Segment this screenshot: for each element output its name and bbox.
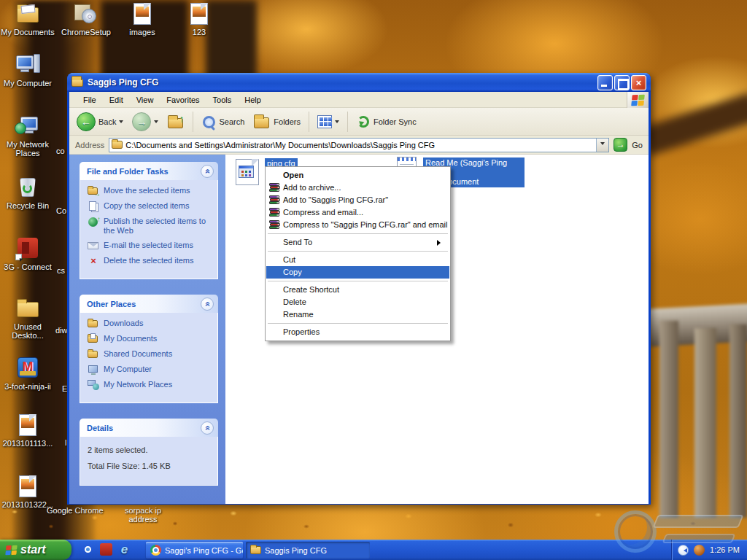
menu-separator <box>268 233 448 234</box>
desktop-icon-photo-1[interactable]: 2013101113... <box>0 413 55 448</box>
back-dropdown-icon[interactable] <box>119 120 123 125</box>
go-label[interactable]: Go <box>632 141 643 149</box>
title-bar[interactable]: Saggis Ping CFG × <box>67 73 651 92</box>
search-button[interactable]: Search <box>198 113 247 131</box>
hide-icons-chevron[interactable] <box>678 545 689 556</box>
desktop-icon-123[interactable]: 123 <box>171 1 227 36</box>
winrar-icon <box>269 195 280 205</box>
my-network-places-icon <box>88 380 99 390</box>
menu-file[interactable]: File <box>77 93 103 106</box>
quicklaunch-internet-explorer-icon[interactable]: e <box>118 543 131 556</box>
desktop-icon-my-documents[interactable]: My Documents <box>0 1 55 36</box>
desktop-icon-unused-desktop[interactable]: Unused Deskto... <box>0 296 55 340</box>
go-icon[interactable]: → <box>614 138 627 152</box>
section-body: → Move the selected items Copy the selec… <box>80 180 218 279</box>
minimize-button[interactable] <box>597 75 613 90</box>
context-item-compress-to-rar-email[interactable]: Compress to "Saggis Ping CFG.rar" and em… <box>266 219 449 231</box>
place-downloads[interactable]: Downloads <box>88 319 213 329</box>
context-item-copy[interactable]: Copy <box>266 266 449 279</box>
place-label: Shared Documents <box>104 349 172 359</box>
context-item-add-to-rar[interactable]: Add to "Saggis Ping CFG.rar" <box>266 194 449 206</box>
collapse-chevron-icon[interactable]: » <box>201 421 214 435</box>
task-email-items[interactable]: E-mail the selected items <box>88 241 213 251</box>
menu-favorites[interactable]: Favorites <box>160 93 206 106</box>
views-button[interactable] <box>314 114 342 130</box>
context-item-cut[interactable]: Cut <box>266 254 449 266</box>
icon-label: images <box>115 28 170 36</box>
folders-button[interactable]: Folders <box>250 112 303 132</box>
up-button[interactable]: ↑ <box>164 112 187 132</box>
place-my-documents[interactable]: My Documents <box>88 334 213 344</box>
icon-label-fragment: cs <box>57 266 65 275</box>
desktop-icon-3g-connect[interactable]: 3G - Connect <box>0 236 55 271</box>
context-item-compress-email[interactable]: Compress and email... <box>266 206 449 219</box>
desktop-icon-my-network-places[interactable]: My Network Places <box>0 114 55 158</box>
context-item-open[interactable]: Open <box>266 169 449 182</box>
start-button[interactable]: start <box>0 540 71 560</box>
menu-tools[interactable]: Tools <box>206 93 239 106</box>
my-documents-icon <box>15 1 41 26</box>
desktop-icon-label-sorpack[interactable]: sorpack ip address <box>118 506 168 524</box>
close-button[interactable]: × <box>631 75 646 90</box>
selection-count: 2 items selected. <box>88 446 213 454</box>
icon-label: Recycle Bin <box>0 201 55 210</box>
desktop-icon-label-google-chrome[interactable]: Google Chrome <box>47 506 127 515</box>
icon-label: ChromeSetup <box>58 28 114 36</box>
task-label: E-mail the selected items <box>104 241 193 250</box>
windows-flag-icon <box>5 545 17 555</box>
clock[interactable]: 1:26 PM <box>710 545 740 554</box>
place-my-network-places[interactable]: My Network Places <box>88 380 213 390</box>
context-item-delete[interactable]: Delete <box>266 296 449 308</box>
folder-sync-button[interactable]: Folder Sync <box>353 113 419 131</box>
context-item-label: Add to "Saggis Ping CFG.rar" <box>283 195 388 204</box>
task-copy-items[interactable]: Copy the selected items <box>88 201 213 211</box>
taskbar-task-chrome[interactable]: Saggi's Ping CFG - Go... <box>146 542 243 559</box>
taskbar-task-explorer[interactable]: Saggis Ping CFG <box>246 542 370 559</box>
total-file-size: Total File Size: 1.45 KB <box>88 462 213 470</box>
place-label: Downloads <box>104 319 143 328</box>
context-item-send-to[interactable]: Send To <box>266 236 449 249</box>
task-delete-items[interactable]: × Delete the selected items <box>88 256 213 266</box>
desktop-icon-images[interactable]: images <box>115 1 170 36</box>
collapse-chevron-icon[interactable]: » <box>201 165 214 178</box>
address-dropdown-button[interactable] <box>596 139 608 152</box>
menu-edit[interactable]: Edit <box>103 93 130 106</box>
tree-branch <box>640 92 747 155</box>
desktop-icon-3-foot-ninja[interactable]: M 3-foot-ninja-ii <box>0 356 55 391</box>
place-my-computer[interactable]: My Computer <box>88 365 213 375</box>
my-computer-icon <box>15 52 41 77</box>
address-input[interactable]: C:\Documents and Settings\Administrator\… <box>109 138 609 152</box>
task-publish-items[interactable]: Publish the selected items to the Web <box>88 217 213 236</box>
views-dropdown-icon[interactable] <box>335 120 339 125</box>
context-item-create-shortcut[interactable]: Create Shortcut <box>266 284 449 296</box>
section-header[interactable]: File and Folder Tasks » <box>80 162 218 180</box>
forward-dropdown-icon[interactable] <box>154 120 158 125</box>
task-move-items[interactable]: → Move the selected items <box>88 186 213 196</box>
address-path[interactable]: C:\Documents and Settings\Administrator\… <box>125 141 596 149</box>
section-header[interactable]: Other Places » <box>80 295 218 313</box>
context-item-rename[interactable]: Rename <box>266 308 449 321</box>
quicklaunch-3g-connect-icon[interactable] <box>100 543 112 556</box>
menu-view[interactable]: View <box>130 93 160 106</box>
task-pane: File and Folder Tasks » → Move the selec… <box>69 155 225 504</box>
desktop-icon-photo-2[interactable]: 2013101322... <box>0 474 55 509</box>
menu-bar: File Edit View Favorites Tools Help <box>69 92 649 108</box>
desktop-icon-my-computer[interactable]: My Computer <box>0 52 55 88</box>
desktop-icon-recycle-bin[interactable]: Recycle Bin <box>0 175 55 210</box>
place-shared-documents[interactable]: Shared Documents <box>88 349 213 359</box>
task-label: Copy the selected items <box>104 201 189 211</box>
winrar-icon <box>269 220 280 230</box>
forward-button[interactable]: → <box>129 111 161 133</box>
maximize-button[interactable] <box>614 75 630 90</box>
desktop-icon-chrome-setup[interactable]: ChromeSetup <box>58 1 114 36</box>
tray-app-icon[interactable] <box>694 545 705 556</box>
collapse-chevron-icon[interactable]: » <box>201 298 214 311</box>
menu-help[interactable]: Help <box>238 93 268 106</box>
context-item-properties[interactable]: Properties <box>266 326 449 338</box>
context-item-label: Add to archive... <box>283 183 341 192</box>
back-button[interactable]: ← Back <box>74 111 126 133</box>
section-body: 2 items selected. Total File Size: 1.45 … <box>80 437 218 486</box>
context-item-add-to-archive[interactable]: Add to archive... <box>266 182 449 194</box>
file-icon-ping-cfg[interactable] <box>235 159 261 187</box>
section-header[interactable]: Details » <box>80 419 218 437</box>
